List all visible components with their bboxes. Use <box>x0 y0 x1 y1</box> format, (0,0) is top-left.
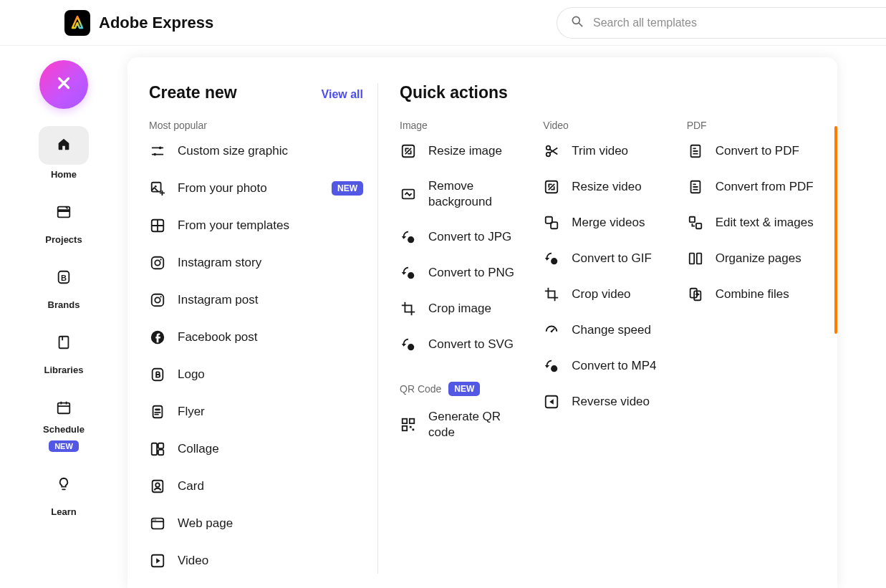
item-label: Logo <box>178 367 205 382</box>
quick-item-remove-background[interactable]: Remove background <box>400 178 529 210</box>
create-new-title: Create new <box>149 83 237 102</box>
quick-item-trim-video[interactable]: Trim video <box>543 143 672 160</box>
pdf-section-label: PDF <box>687 120 816 131</box>
quick-item-convert-png[interactable]: Convert to PNG <box>400 264 529 281</box>
item-label: From your templates <box>178 218 289 233</box>
quick-item-crop-image[interactable]: Crop image <box>400 300 529 317</box>
quick-item-change-speed[interactable]: Change speed <box>543 322 672 339</box>
item-label: Convert to PNG <box>428 265 514 281</box>
new-badge: NEW <box>332 181 363 196</box>
item-label: Resize image <box>428 143 502 159</box>
search-icon <box>570 14 584 32</box>
quick-columns: Image Resize image Remove background Con… <box>400 120 816 574</box>
most-popular-label: Most popular <box>149 120 363 131</box>
trim-icon <box>543 143 560 160</box>
sidebar-item-home[interactable]: Home <box>34 126 93 180</box>
sidebar-item-label: Libraries <box>44 365 84 375</box>
quick-item-resize-image[interactable]: Resize image <box>400 143 529 160</box>
close-button[interactable] <box>39 60 88 109</box>
item-label: Custom size graphic <box>178 143 288 159</box>
quick-item-crop-video[interactable]: Crop video <box>543 286 672 303</box>
quick-item-convert-jpg[interactable]: Convert to JPG <box>400 228 529 246</box>
quick-item-combine-files[interactable]: Combine files <box>687 286 816 303</box>
quick-item-edit-text-images[interactable]: Edit text & images <box>687 214 816 231</box>
sliders-icon <box>149 143 166 160</box>
facebook-icon <box>149 329 166 346</box>
quick-item-resize-video[interactable]: Resize video <box>543 178 672 196</box>
top-bar: Adobe Express <box>0 0 886 46</box>
quick-item-organize-pages[interactable]: Organize pages <box>687 250 816 267</box>
merge-icon <box>543 214 560 231</box>
create-item-facebook-post[interactable]: Facebook post <box>149 329 363 346</box>
web-icon <box>149 515 166 532</box>
sidebar-item-label: Learn <box>51 506 76 517</box>
item-label: From your photo <box>178 180 267 196</box>
create-list: Custom size graphic From your photoNEW F… <box>149 143 363 569</box>
quick-item-convert-mp4[interactable]: Convert to MP4 <box>543 357 672 375</box>
sidebar: Home Projects Brands Libraries Schedule … <box>0 46 127 588</box>
quick-item-generate-qr[interactable]: Generate QR code <box>400 409 529 440</box>
create-item-custom-size[interactable]: Custom size graphic <box>149 143 363 160</box>
brands-icon <box>56 269 72 288</box>
edit-icon <box>687 214 704 231</box>
quick-item-convert-from-pdf[interactable]: Convert from PDF <box>687 178 816 196</box>
quick-item-convert-to-pdf[interactable]: Convert to PDF <box>687 143 816 160</box>
item-label: Organize pages <box>716 251 801 266</box>
create-item-flyer[interactable]: Flyer <box>149 403 363 420</box>
sidebar-item-schedule[interactable]: Schedule NEW <box>34 392 93 452</box>
quick-item-merge-videos[interactable]: Merge videos <box>543 214 672 231</box>
item-label: Convert to SVG <box>428 337 514 352</box>
quick-item-reverse-video[interactable]: Reverse video <box>543 393 672 410</box>
item-label: Collage <box>178 441 219 457</box>
sidebar-item-libraries[interactable]: Libraries <box>34 327 93 375</box>
create-item-card[interactable]: Card <box>149 478 363 495</box>
quick-actions-column: Quick actions Image Resize image Remove … <box>378 83 816 574</box>
item-label: Trim video <box>572 143 628 159</box>
create-item-instagram-post[interactable]: Instagram post <box>149 291 363 309</box>
sidebar-item-label: Schedule <box>43 424 85 435</box>
convert-icon <box>543 357 560 375</box>
libraries-icon <box>56 334 72 353</box>
item-label: Convert to PDF <box>716 143 799 159</box>
create-item-video[interactable]: Video <box>149 552 363 569</box>
search-box[interactable] <box>557 7 886 39</box>
sidebar-item-brands[interactable]: Brands <box>34 262 93 310</box>
brand[interactable]: Adobe Express <box>64 10 213 36</box>
quick-item-convert-gif[interactable]: Convert to GIF <box>543 250 672 267</box>
item-label: Change speed <box>572 322 651 338</box>
schedule-icon <box>56 400 72 418</box>
item-label: Flyer <box>178 404 205 420</box>
create-item-logo[interactable]: Logo <box>149 366 363 383</box>
create-new-column: Create new View all Most popular Custom … <box>149 83 378 574</box>
convert-icon <box>400 336 417 353</box>
create-item-from-photo[interactable]: From your photoNEW <box>149 180 363 197</box>
item-label: Convert to GIF <box>572 251 651 266</box>
home-icon <box>56 136 72 155</box>
projects-icon <box>56 204 72 223</box>
create-item-from-templates[interactable]: From your templates <box>149 217 363 234</box>
logo-icon <box>149 366 166 383</box>
sidebar-item-learn[interactable]: Learn <box>34 469 93 517</box>
sidebar-item-projects[interactable]: Projects <box>34 197 93 245</box>
qr-icon <box>400 416 417 433</box>
item-label: Generate QR code <box>428 409 507 440</box>
close-icon <box>54 74 73 95</box>
card-icon <box>149 478 166 495</box>
item-label: Crop video <box>572 286 630 302</box>
item-label: Web page <box>178 516 233 531</box>
search-input[interactable] <box>593 16 873 29</box>
item-label: Resize video <box>572 179 641 195</box>
crop-icon <box>400 300 417 317</box>
create-item-instagram-story[interactable]: Instagram story <box>149 254 363 271</box>
item-label: Remove background <box>428 178 507 210</box>
convert-icon <box>400 228 417 246</box>
create-item-collage[interactable]: Collage <box>149 440 363 458</box>
item-label: Crop image <box>428 301 491 317</box>
create-item-web-page[interactable]: Web page <box>149 515 363 532</box>
adobe-express-logo-icon <box>64 10 90 36</box>
templates-icon <box>149 217 166 234</box>
quick-col-video: Video Trim video Resize video Merge vide… <box>543 120 672 574</box>
view-all-link[interactable]: View all <box>322 88 363 101</box>
video-icon <box>149 552 166 569</box>
quick-item-convert-svg[interactable]: Convert to SVG <box>400 336 529 353</box>
